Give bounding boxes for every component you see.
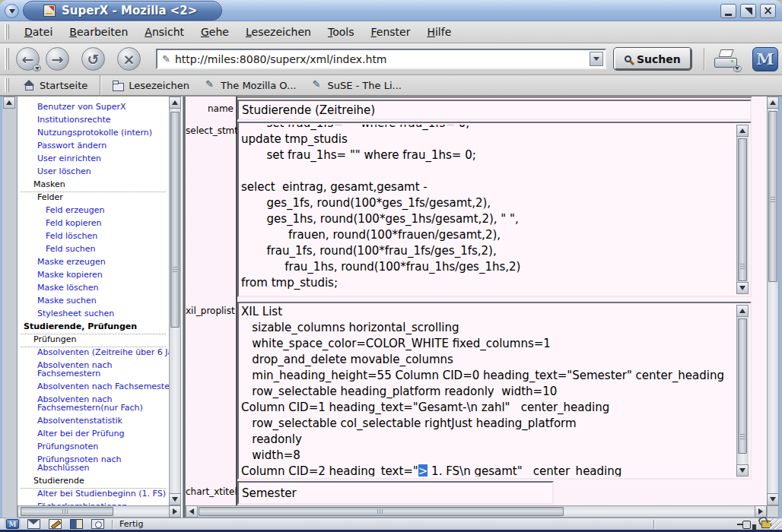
menu-item[interactable]: Datei (16, 23, 61, 41)
sidebar-item[interactable]: Benutzer von SuperX (17, 100, 169, 113)
back-history-dropdown[interactable] (33, 65, 41, 71)
scroll-right-button[interactable] (755, 505, 767, 518)
menu-item[interactable]: Fenster (362, 23, 418, 41)
sidebar-item[interactable]: Maske erzeugen (17, 255, 169, 268)
sidebar-item[interactable]: Nutzungsprotokolle (intern) (17, 126, 169, 139)
sidebar-item[interactable]: Passwort ändern (17, 139, 169, 152)
sidebar-item[interactable]: Prüfungsnoten nach Abschlüssen (17, 453, 169, 474)
scrollbar-thumb[interactable] (170, 112, 180, 328)
history-icon[interactable] (91, 519, 104, 529)
main-horizontal-scrollbar[interactable] (186, 505, 767, 518)
menu-item[interactable]: Ansicht (136, 23, 192, 41)
search-button[interactable]: Suchen (614, 48, 691, 70)
sidebar-item[interactable]: Prüfungsnoten (17, 440, 169, 453)
bookmark-item[interactable]: Lesezeichen (105, 75, 197, 95)
menu-item[interactable]: Hilfe (418, 23, 459, 41)
sidebar-item[interactable]: Prüfungen (17, 333, 169, 346)
sidebar-item[interactable]: Absolventenstatistik (17, 414, 169, 427)
back-button[interactable]: ← (16, 47, 40, 71)
bookmark-item[interactable]: The Mozilla O... (197, 75, 304, 95)
sidebar-item[interactable]: Studierende, Prüfungen (17, 320, 169, 333)
scrollbar-thumb[interactable] (738, 138, 747, 281)
scroll-down-button[interactable] (169, 493, 181, 505)
sidebar-item[interactable]: Maske löschen (17, 281, 169, 294)
menu-item[interactable]: Bearbeiten (61, 23, 136, 41)
menu-item[interactable]: Lesezeichen (237, 23, 319, 41)
sidebar-item[interactable]: Feld kopieren (17, 217, 169, 230)
sidebar-item[interactable]: Absolventen nach Fachsemestern (mit (17, 380, 169, 393)
sidebar-item[interactable]: Maske suchen (17, 294, 169, 307)
print-dropdown[interactable] (733, 65, 742, 72)
scrollbar-thumb[interactable] (738, 318, 747, 454)
select-stmt-textarea[interactable]: set frau_1fs= "" where frau_1fs= 0;updat… (237, 122, 752, 297)
sidebar-horizontal-scrollbar[interactable] (17, 505, 181, 518)
scroll-up-button[interactable] (736, 125, 749, 137)
url-dropdown-button[interactable] (590, 52, 603, 66)
toolbar-grippy[interactable] (5, 78, 10, 92)
bookmark-item[interactable]: SuSE - The Li... (304, 75, 408, 95)
reload-button[interactable]: ↺ (81, 47, 105, 71)
window-titlebar[interactable]: SuperX - Mozilla <2> × (0, 0, 782, 21)
scroll-up-button[interactable] (3, 97, 15, 109)
mail-icon[interactable] (27, 519, 40, 529)
sidebar-item[interactable]: Alter bei der Prüfung (17, 427, 169, 440)
sidebar-item[interactable]: Absolventen (Zeitreihe über 6 Jahre) (17, 346, 169, 359)
chart-xtitel-input[interactable]: Semester (237, 481, 554, 505)
toolbar-grippy[interactable] (5, 48, 10, 70)
sidebar-item[interactable]: Feld suchen (17, 242, 169, 255)
online-plug-icon[interactable] (737, 521, 754, 527)
sidebar-item[interactable]: Maske kopieren (17, 268, 169, 281)
sidebar-splitter[interactable] (2, 97, 17, 518)
url-input[interactable]: http://miles:8080/superx/xml/index.htm (175, 53, 590, 65)
textarea-vertical-scrollbar[interactable] (736, 305, 749, 477)
sidebar-item[interactable]: Absolventen nach Fachsemestern (17, 359, 169, 380)
scroll-right-button[interactable] (169, 505, 181, 518)
scroll-up-button[interactable] (767, 97, 779, 109)
scrollbar-corner (767, 505, 779, 518)
navigator-icon[interactable]: M (6, 519, 19, 529)
sidebar-item[interactable]: Feld löschen (17, 230, 169, 242)
scroll-left-button[interactable] (186, 505, 198, 518)
sidebar-item[interactable]: User löschen (17, 165, 169, 178)
code-line: frau_1fs, round(100*frau_1fs/ges_1fs,2), (241, 244, 734, 260)
main-vertical-scrollbar[interactable] (767, 97, 779, 505)
forward-button[interactable]: → (46, 47, 69, 71)
sidebar-vertical-scrollbar[interactable] (169, 97, 181, 505)
print-button[interactable] (714, 49, 740, 69)
mozilla-logo-button[interactable]: M (752, 47, 778, 71)
scrollbar-thumb[interactable] (199, 507, 564, 516)
sidebar-item[interactable]: Stylesheet suchen (17, 307, 169, 320)
menu-item[interactable]: Tools (319, 23, 363, 41)
scroll-up-button[interactable] (169, 97, 181, 109)
textarea-vertical-scrollbar[interactable] (736, 125, 749, 294)
sidebar-item[interactable]: Institutionsrechte (17, 113, 169, 126)
bookmark-item[interactable]: Startseite (16, 75, 100, 95)
scrollbar-thumb[interactable] (768, 111, 777, 282)
sidebar-item[interactable]: Fächerkombinationen (Zeitreihe) (17, 500, 169, 505)
toolbar-grippy[interactable] (5, 24, 10, 40)
scroll-down-button[interactable] (736, 282, 749, 294)
window-menu-button[interactable] (5, 4, 19, 18)
scroll-down-button[interactable] (767, 493, 779, 505)
minimize-button[interactable] (720, 4, 736, 18)
url-bar[interactable]: ✎ http://miles:8080/superx/xml/index.htm (156, 49, 606, 69)
sidebar-item[interactable]: User einrichten (17, 152, 169, 165)
sidebar-item[interactable]: Masken (17, 178, 169, 191)
sidebar-item[interactable]: Alter bei Studienbeginn (1. FS) (17, 487, 169, 500)
addressbook-icon[interactable] (70, 519, 83, 529)
composer-icon[interactable] (49, 519, 62, 529)
sidebar-item[interactable]: Felder (17, 191, 169, 204)
xil-proplist-textarea[interactable]: XIL List sizable_columns horizontal_scro… (237, 302, 752, 480)
sidebar-item[interactable]: Feld erzeugen (17, 204, 169, 217)
sidebar-item[interactable]: Studierende (17, 474, 169, 487)
close-button[interactable]: × (760, 4, 776, 18)
scroll-up-button[interactable] (736, 305, 749, 317)
scrollbar-thumb[interactable] (21, 507, 113, 516)
resize-grip[interactable] (770, 518, 781, 530)
sidebar-item[interactable]: Absolventen nach Fachsemestern(nur Fach) (17, 393, 169, 414)
stop-button[interactable]: × (117, 47, 141, 71)
menu-item[interactable]: Gehe (192, 23, 237, 41)
maximize-button[interactable] (740, 4, 756, 18)
name-input[interactable]: Studierende (Zeitreihe) (237, 100, 752, 120)
scroll-down-button[interactable] (736, 464, 749, 477)
